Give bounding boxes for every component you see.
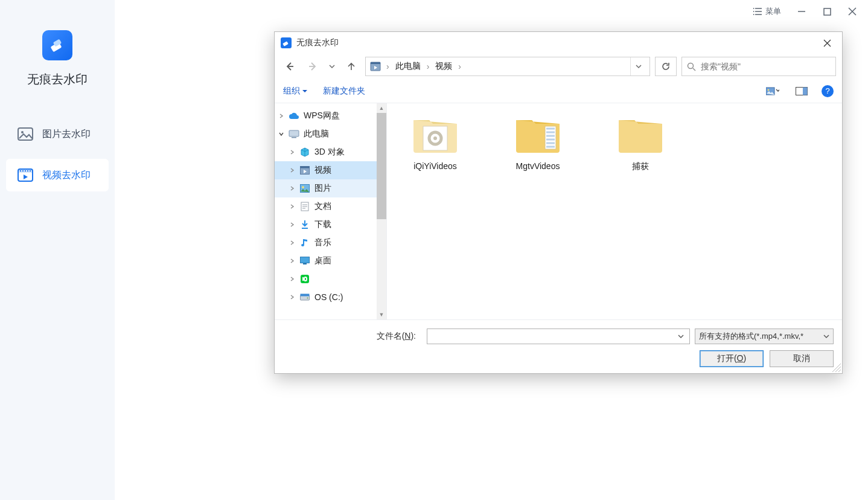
image-icon [299, 183, 311, 194]
maximize-icon [823, 8, 831, 16]
tree-item[interactable]: 音乐 [275, 234, 386, 252]
file-open-dialog: 无痕去水印 › 此电脑 › 视频 › [274, 31, 843, 374]
dialog-title: 无痕去水印 [296, 37, 339, 48]
scrollbar-thumb[interactable] [377, 113, 386, 219]
tree-item-label: 下载 [314, 219, 331, 230]
download-icon [299, 219, 311, 230]
tree-item[interactable]: 3D 对象 [275, 143, 386, 161]
filename-dropdown[interactable] [675, 329, 687, 344]
organize-label: 组织 [283, 86, 300, 97]
tree-scrollbar[interactable]: ▲ ▼ [377, 103, 386, 319]
svg-rect-30 [301, 294, 310, 296]
sidebar-item-label: 视频去水印 [42, 169, 91, 182]
filename-label: 文件名(N): [283, 331, 422, 342]
nav-up-button[interactable] [342, 57, 360, 75]
tree-item-label: WPS网盘 [304, 111, 340, 121]
close-button[interactable] [847, 7, 857, 16]
tree-caret-icon[interactable] [289, 258, 295, 263]
tree-item-label: 视频 [314, 165, 331, 176]
cancel-button[interactable]: 取消 [770, 350, 834, 367]
tree-caret-icon[interactable] [289, 295, 295, 300]
nav-forward-button[interactable] [304, 57, 322, 75]
folder-item-mgtv[interactable]: MgtvVideos [502, 112, 574, 171]
dialog-close-button[interactable] [818, 34, 836, 52]
dialog-title-group: 无痕去水印 [281, 37, 339, 48]
svg-rect-21 [301, 167, 310, 168]
breadcrumb-separator: › [385, 62, 391, 71]
svg-rect-10 [282, 41, 288, 46]
breadcrumb-separator: › [426, 62, 431, 71]
scroll-up-icon[interactable]: ▲ [377, 103, 386, 113]
filename-input[interactable] [427, 329, 690, 344]
tree-item[interactable] [275, 270, 386, 288]
refresh-icon [661, 62, 671, 71]
chevron-down-icon [678, 333, 684, 339]
sidebar-item-image-watermark[interactable]: 图片去水印 [6, 118, 109, 150]
image-icon [17, 127, 34, 141]
file-list[interactable]: iQiYiVideos MgtvVideos 捕获 [387, 103, 842, 319]
tree-item-label: OS (C:) [314, 292, 343, 302]
svg-rect-12 [371, 62, 380, 64]
tree-caret-icon[interactable] [289, 204, 295, 209]
tree-item[interactable]: 文档 [275, 197, 386, 216]
new-folder-button[interactable]: 新建文件夹 [323, 86, 365, 97]
tree-item[interactable]: 图片 [275, 179, 386, 197]
help-button[interactable]: ? [822, 85, 834, 97]
tree-caret-icon[interactable] [289, 277, 295, 281]
desktop-icon [299, 255, 311, 266]
svg-point-23 [302, 186, 304, 188]
tree-caret-icon[interactable] [278, 132, 284, 136]
minimize-button[interactable] [797, 7, 806, 16]
tree-caret-icon[interactable] [278, 114, 284, 118]
arrow-left-icon [284, 61, 295, 72]
tree-item-label: 3D 对象 [314, 147, 345, 158]
music-icon [299, 237, 311, 248]
dialog-titlebar[interactable]: 无痕去水印 [275, 32, 842, 54]
tree-caret-icon[interactable] [289, 168, 295, 173]
menu-button[interactable]: 菜单 [753, 6, 781, 17]
tree-item[interactable]: 此电脑 [275, 125, 386, 143]
folder-item-capture[interactable]: 捕获 [604, 112, 677, 172]
svg-rect-17 [803, 87, 808, 95]
preview-pane-button[interactable] [793, 85, 811, 98]
tree-caret-icon[interactable] [289, 240, 295, 245]
tree-item[interactable]: 下载 [275, 216, 386, 234]
search-box[interactable] [681, 57, 836, 76]
list-icon [753, 8, 762, 15]
minimize-icon [797, 7, 806, 16]
search-icon [687, 62, 696, 71]
maximize-button[interactable] [822, 7, 832, 16]
preview-pane-icon [796, 87, 808, 95]
breadcrumb-this-pc[interactable]: 此电脑 [392, 60, 424, 73]
tree-caret-icon[interactable] [289, 186, 295, 191]
tree-caret-icon[interactable] [289, 222, 295, 227]
tree-item[interactable]: 视频 [275, 161, 386, 179]
file-type-label: 所有支持的格式(*.mp4,*.mkv,* [699, 331, 803, 342]
app-title: 无痕去水印 [27, 71, 88, 88]
tree-item[interactable]: 桌面 [275, 252, 386, 270]
resize-grip-icon[interactable] [832, 364, 841, 372]
nav-back-button[interactable] [281, 57, 299, 75]
open-button[interactable]: 打开(O) [700, 350, 764, 367]
breadcrumb-videos[interactable]: 视频 [432, 60, 456, 73]
tree-item[interactable]: WPS网盘 [275, 107, 386, 125]
close-icon [848, 7, 857, 16]
tree-item-label: 桌面 [314, 255, 331, 266]
tree-item[interactable]: OS (C:) [275, 288, 386, 306]
svg-rect-2 [18, 128, 33, 140]
organize-menu[interactable]: 组织 [283, 86, 307, 97]
address-bar[interactable]: › 此电脑 › 视频 › [365, 57, 650, 76]
scroll-down-icon[interactable]: ▼ [377, 310, 386, 319]
view-mode-button[interactable] [764, 85, 782, 98]
refresh-button[interactable] [655, 57, 677, 76]
sidebar-item-label: 图片去水印 [42, 128, 91, 141]
file-type-combo[interactable]: 所有支持的格式(*.mp4,*.mkv,* [695, 329, 834, 344]
tree-caret-icon[interactable] [289, 150, 295, 155]
chevron-down-icon [329, 63, 335, 69]
folder-item-iqiyi[interactable]: iQiYiVideos [399, 112, 471, 171]
address-dropdown[interactable] [630, 57, 646, 75]
search-input[interactable] [701, 62, 831, 71]
iqiyi-icon [299, 274, 311, 284]
nav-recent-button[interactable] [327, 57, 337, 75]
sidebar-item-video-watermark[interactable]: 视频去水印 [6, 159, 109, 191]
